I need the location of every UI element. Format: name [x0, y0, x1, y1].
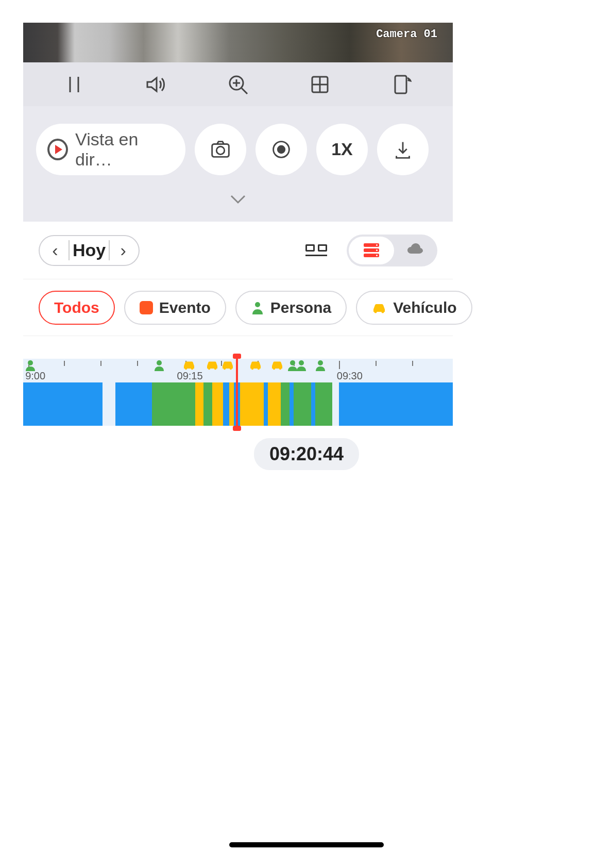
- svg-point-29: [279, 368, 281, 370]
- prev-day-button[interactable]: ‹: [45, 240, 65, 260]
- local-storage-option[interactable]: [349, 237, 394, 264]
- date-label[interactable]: Hoy: [69, 240, 110, 260]
- cloud-icon: [405, 240, 424, 261]
- timeline-segment: [268, 382, 281, 426]
- timeline-segment: [264, 382, 268, 426]
- timeline-segment: [240, 382, 264, 426]
- date-picker: ‹ Hoy ›: [39, 235, 140, 266]
- timeline-segment: [229, 382, 233, 426]
- svg-point-21: [191, 368, 193, 370]
- svg-point-32: [318, 360, 323, 365]
- svg-point-24: [223, 368, 225, 370]
- timeline-segment: [115, 382, 152, 426]
- cloud-storage-option[interactable]: [394, 237, 435, 264]
- filter-person[interactable]: Persona: [235, 291, 347, 325]
- svg-point-19: [157, 360, 162, 365]
- svg-point-22: [208, 368, 210, 370]
- live-view-label: Vista en dir…: [75, 129, 174, 170]
- filter-person-label: Persona: [270, 299, 331, 316]
- snapshot-button[interactable]: [195, 124, 246, 175]
- timeline-person-icon: [315, 360, 326, 373]
- collapse-panel-button[interactable]: [23, 179, 453, 220]
- svg-point-13: [278, 146, 284, 153]
- rotate-device-button[interactable]: [384, 69, 420, 100]
- grid-layout-button[interactable]: [302, 69, 338, 100]
- event-icon: [140, 301, 153, 314]
- svg-point-15: [255, 302, 260, 307]
- playback-speed-button[interactable]: 1X: [316, 124, 368, 175]
- camera-video-preview[interactable]: Camera 01: [23, 23, 453, 62]
- svg-point-30: [290, 360, 295, 365]
- filter-event[interactable]: Evento: [124, 291, 226, 325]
- timeline-car-icon: [270, 360, 284, 372]
- record-button[interactable]: [256, 124, 307, 175]
- zoom-in-button[interactable]: [220, 69, 256, 100]
- playhead[interactable]: [236, 356, 238, 429]
- timeline-car-icon: [206, 360, 219, 372]
- filter-all[interactable]: Todos: [39, 291, 115, 325]
- timeline-track[interactable]: [23, 382, 453, 426]
- timeline-segment: [23, 382, 103, 426]
- timeline-segment: [290, 382, 294, 426]
- svg-point-28: [273, 368, 275, 370]
- car-icon: [371, 302, 387, 313]
- timeline-person-icon: [296, 360, 306, 373]
- current-time-bubble: 09:20:44: [254, 438, 359, 470]
- svg-point-17: [382, 310, 384, 313]
- timeline-segment: [203, 382, 212, 426]
- timeline-segment: [212, 382, 223, 426]
- timeline-car-icon: [249, 360, 262, 372]
- svg-line-5: [242, 88, 247, 94]
- sound-button[interactable]: [138, 69, 174, 100]
- svg-point-20: [184, 368, 186, 370]
- event-filter-bar: Todos Evento Persona Vehículo: [23, 279, 453, 336]
- svg-point-16: [374, 310, 377, 313]
- pause-button[interactable]: [56, 69, 92, 100]
- filter-event-label: Evento: [159, 299, 211, 316]
- timeline-person-icon: [25, 360, 36, 373]
- timeline-person-icon: [154, 360, 164, 373]
- next-day-button[interactable]: ›: [113, 240, 133, 260]
- timeline-car-icon: [221, 360, 234, 372]
- svg-point-25: [229, 368, 231, 370]
- filter-all-label: Todos: [54, 299, 99, 316]
- filter-vehicle-label: Vehículo: [393, 299, 456, 316]
- timeline-segment: [152, 382, 195, 426]
- timeline-segment: [339, 382, 453, 426]
- svg-point-31: [299, 360, 304, 365]
- hdd-icon: [364, 243, 379, 257]
- view-mode-button[interactable]: [305, 238, 331, 263]
- live-view-button[interactable]: Vista en dir…: [36, 124, 185, 175]
- date-selector-bar: ‹ Hoy ›: [23, 222, 453, 279]
- svg-point-11: [216, 146, 224, 154]
- playback-timeline[interactable]: 9:00 09:15 09:30: [23, 359, 453, 426]
- timeline-segment: [223, 382, 230, 426]
- svg-point-27: [258, 368, 260, 370]
- svg-point-26: [251, 368, 253, 370]
- person-icon: [251, 301, 264, 314]
- action-panel: Vista en dir… 1X: [23, 106, 453, 222]
- download-button[interactable]: [377, 124, 429, 175]
- speed-label: 1X: [331, 139, 353, 159]
- timeline-segment: [315, 382, 332, 426]
- player-toolbar: [23, 62, 453, 106]
- filter-vehicle[interactable]: Vehículo: [356, 291, 472, 325]
- timeline-segment: [195, 382, 204, 426]
- timeline-segment: [311, 382, 315, 426]
- timeline-segment: [281, 382, 290, 426]
- home-indicator: [229, 842, 384, 847]
- timeline-car-icon: [182, 360, 196, 372]
- play-icon: [47, 139, 68, 160]
- svg-point-23: [214, 368, 216, 370]
- tick-label-2: 09:30: [337, 370, 363, 382]
- storage-toggle[interactable]: [347, 235, 437, 266]
- svg-rect-9: [395, 76, 406, 93]
- timeline-ticks: 9:00 09:15 09:30: [23, 359, 453, 382]
- current-time-label: 09:20:44: [269, 443, 344, 464]
- svg-point-18: [28, 360, 33, 365]
- timeline-segment: [294, 382, 311, 426]
- camera-overlay-label: Camera 01: [376, 28, 437, 41]
